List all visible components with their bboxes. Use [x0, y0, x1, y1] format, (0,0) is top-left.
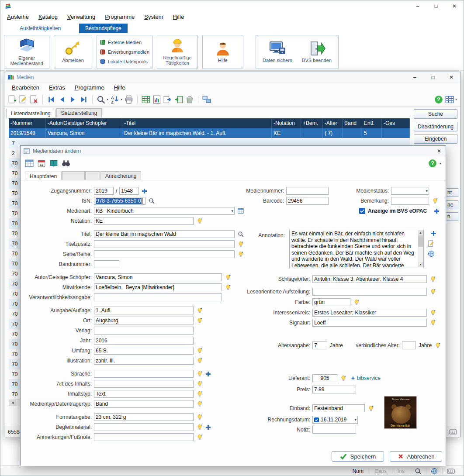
import-icon[interactable] [174, 95, 183, 104]
eopac-checkbox[interactable] [359, 208, 365, 214]
interessenkreis-hint-bulb-icon[interactable] [430, 310, 436, 316]
dialog-help-icon[interactable] [428, 159, 437, 168]
medientyp-hint-bulb-icon[interactable] [197, 401, 203, 407]
tab-listendarstellung[interactable]: Listendarstellung [6, 109, 55, 118]
annotation-edit-icon[interactable] [428, 240, 435, 247]
medien-menu-hilfe[interactable]: Hilfe [109, 83, 130, 92]
rechnungsdatum-picker[interactable]: 16.11.2019▾ [312, 416, 358, 424]
side-button-partial-1[interactable]: nt [447, 188, 458, 197]
farbe-hint-bulb-icon[interactable] [353, 299, 360, 305]
previous-record-icon[interactable] [58, 95, 66, 104]
barcode-field[interactable]: 29456 [286, 197, 329, 205]
main-close-button[interactable]: ✕ [445, 0, 464, 12]
eopac-add-icon[interactable] [434, 208, 440, 214]
col-notation[interactable]: -Notation [272, 118, 301, 128]
col-nummer[interactable]: -Nummer [9, 118, 46, 128]
jahr-field[interactable]: 2016 [94, 337, 194, 345]
regelmaessige-taetigkeiten-button[interactable]: Regelmäßige Tätigkeiten [157, 35, 198, 69]
col-entl[interactable]: Entl. [362, 118, 382, 128]
menu-hilfe[interactable]: Hilfe [168, 13, 189, 21]
isn-search-icon[interactable] [149, 198, 155, 204]
table-icon[interactable] [25, 159, 34, 168]
annotation-scroll-thumb[interactable] [418, 235, 423, 247]
schlagwoerter-hint-bulb-icon[interactable] [430, 276, 436, 282]
ort-hint-bulb-icon[interactable] [197, 317, 203, 324]
hilfe-button[interactable]: Hilfe [202, 35, 243, 69]
leseorientierte-hint-bulb-icon[interactable] [430, 289, 436, 295]
inhaltstyp-field[interactable]: Text [94, 390, 194, 398]
col-autor[interactable]: -Autor/Geistiger Schöpfer [46, 118, 122, 128]
annotation-scrollbar[interactable]: ▲ ▼ [418, 230, 423, 267]
begleit-add-icon[interactable] [205, 424, 211, 430]
signatur-field[interactable]: Loeff [312, 319, 427, 327]
art-des-inhalts-field[interactable] [94, 380, 194, 388]
annotation-textarea[interactable]: Es war einmal ein Bär, der einfach nicht… [289, 230, 424, 268]
notation-hint-bulb-icon[interactable] [197, 218, 203, 224]
help-dropdown-chevron[interactable]: ▾ [440, 162, 441, 166]
menu-programme[interactable]: Programme [100, 13, 139, 21]
verbindliches-alter-field[interactable] [402, 341, 416, 349]
sprache-field[interactable] [94, 370, 194, 378]
tab-anreicherung[interactable]: Anreicherung [100, 171, 141, 180]
titelzusatz-field[interactable] [94, 240, 235, 248]
last-record-icon[interactable] [80, 95, 88, 104]
col-alter[interactable]: -Alter [323, 118, 343, 128]
col-band[interactable]: Band [343, 118, 362, 128]
speichern-button[interactable]: Speichern [332, 451, 384, 462]
sprache-hint-bulb-icon[interactable] [197, 371, 203, 377]
titelzusatz-hint-bulb-icon[interactable] [238, 241, 244, 247]
sort-icon[interactable] [111, 95, 119, 104]
sort-dropdown-chevron[interactable]: ▾ [121, 97, 122, 101]
alter-hint-bulb-icon[interactable] [435, 342, 441, 348]
externe-medien-item[interactable]: Externe Medien [100, 38, 149, 47]
table-row-selected[interactable]: 2019/1548 Vancura, Simon Der kleine Bär … [9, 128, 410, 138]
menu-katalog[interactable]: Katalog [34, 13, 62, 21]
preis-field[interactable]: 7.89 [312, 386, 356, 393]
tab-bestandspflege[interactable]: Bestandspflege [79, 24, 128, 33]
medien-keyboard-icon[interactable] [449, 429, 457, 435]
medien-maximize-button[interactable]: □ [424, 72, 442, 82]
anmerkungen-field[interactable] [94, 433, 194, 441]
col-bem[interactable]: +Bem. [301, 118, 323, 128]
report-icon[interactable] [152, 95, 161, 104]
tab-ausleihtaetigkeiten[interactable]: Ausleihtätigkeiten [14, 24, 67, 33]
leseorientierte-field[interactable] [312, 288, 427, 296]
ausgabe-auflage-field[interactable]: 1. Aufl. [94, 307, 194, 314]
autor-field[interactable]: Vancura, Simon [94, 273, 222, 281]
serie-reihe-field[interactable] [94, 250, 235, 258]
notation-field[interactable]: KE [94, 217, 194, 225]
bandnummer-field[interactable] [94, 260, 119, 268]
mitwirkende-field[interactable]: Loeffelbein, Beyza [Mitwirkender] [94, 283, 222, 291]
tab-hauptdaten[interactable]: Hauptdaten [25, 172, 62, 181]
titel-search-icon[interactable] [238, 231, 244, 237]
einband-hint-bulb-icon[interactable] [368, 405, 374, 411]
search-dropdown-chevron[interactable]: ▾ [107, 97, 108, 101]
table-view-icon[interactable] [142, 95, 150, 104]
lieferant-field[interactable]: 905 [312, 374, 337, 382]
annotation-add-icon[interactable] [431, 231, 436, 236]
rechnungsdatum-checkbox[interactable] [314, 417, 319, 422]
zugang-add-icon[interactable] [142, 188, 147, 194]
eigener-medienbestand-button[interactable]: Eigener Medienbestand [4, 35, 49, 69]
begleitmaterial-field[interactable] [94, 423, 194, 431]
umfang-field[interactable]: 65 S. [94, 347, 194, 355]
mediennummer-field[interactable] [286, 187, 329, 195]
verantwortlichkeitsangabe-field[interactable] [94, 293, 222, 301]
daten-sichern-button[interactable]: Daten sichern [260, 37, 295, 67]
suche-button[interactable]: Suche [414, 109, 457, 119]
lieferant-hint-bulb-icon[interactable] [340, 375, 346, 381]
ort-field[interactable]: Augsburg [94, 317, 194, 324]
titel-field[interactable]: Der kleine Bär im magischen Wald [94, 230, 235, 238]
erwerbungsmedien-item[interactable]: Erwerbungsmedien [100, 48, 149, 56]
annotation-web-icon[interactable] [428, 250, 435, 257]
first-record-icon[interactable] [47, 95, 55, 104]
recycle-icon[interactable] [185, 95, 194, 104]
tab-satzdarstellung[interactable]: Satzdarstellung [56, 108, 102, 117]
bvs-beenden-button[interactable]: BVS beenden [299, 37, 335, 67]
dialog-close-button[interactable]: ✕ [433, 146, 446, 156]
verlag-field[interactable] [94, 327, 194, 335]
col-ges[interactable]: -Ges [382, 118, 410, 128]
export-icon[interactable] [163, 95, 172, 104]
schlagwoerter-field[interactable]: Antolin; Klasse 3; Abenteuer; Klasse 4 [312, 275, 427, 283]
edit-record-icon[interactable] [19, 95, 28, 104]
